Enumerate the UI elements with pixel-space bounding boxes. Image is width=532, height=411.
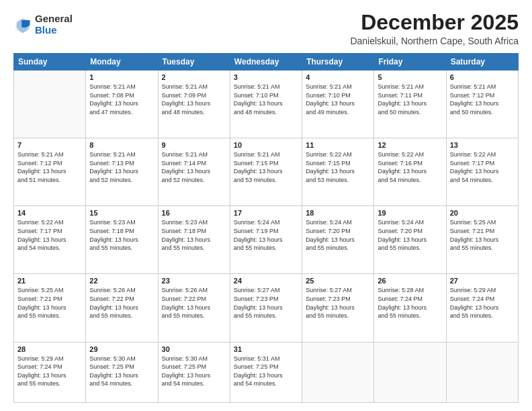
day-number: 28 — [17, 345, 82, 353]
day-info: Sunrise: 5:23 AMSunset: 7:18 PMDaylight:… — [89, 218, 154, 252]
day-info: Sunrise: 5:29 AMSunset: 7:24 PMDaylight:… — [17, 355, 82, 388]
day-number: 18 — [306, 209, 370, 217]
day-info-line: Daylight: 13 hours — [450, 304, 499, 311]
header-monday: Monday — [86, 54, 158, 71]
table-row — [302, 342, 374, 403]
table-row: 24Sunrise: 5:27 AMSunset: 7:23 PMDayligh… — [230, 274, 302, 342]
day-number: 10 — [234, 141, 298, 149]
day-info-line: and 52 minutes. — [162, 177, 205, 183]
header-tuesday: Tuesday — [158, 54, 230, 71]
title-block: December 2025 Danielskuil, Northern Cape… — [350, 11, 519, 46]
day-info-line: Sunset: 7:24 PM — [17, 363, 62, 370]
table-row: 13Sunrise: 5:22 AMSunset: 7:17 PMDayligh… — [446, 138, 518, 206]
day-info: Sunrise: 5:22 AMSunset: 7:15 PMDaylight:… — [306, 150, 370, 184]
day-info: Sunrise: 5:27 AMSunset: 7:23 PMDaylight:… — [234, 286, 298, 320]
day-info-line: Sunrise: 5:26 AM — [162, 287, 208, 293]
table-row: 19Sunrise: 5:24 AMSunset: 7:20 PMDayligh… — [374, 206, 446, 274]
table-row — [14, 71, 86, 138]
table-row: 23Sunrise: 5:26 AMSunset: 7:22 PMDayligh… — [158, 274, 230, 342]
calendar-week-row: 21Sunrise: 5:25 AMSunset: 7:21 PMDayligh… — [14, 274, 519, 342]
day-info-line: Sunset: 7:09 PM — [162, 92, 207, 99]
day-info-line: Sunset: 7:16 PM — [378, 160, 423, 167]
day-info-line: Daylight: 13 hours — [306, 236, 355, 243]
day-info: Sunrise: 5:25 AMSunset: 7:21 PMDaylight:… — [450, 218, 515, 252]
day-info-line: Sunrise: 5:21 AM — [234, 151, 280, 158]
table-row: 10Sunrise: 5:21 AMSunset: 7:15 PMDayligh… — [230, 138, 302, 206]
day-info-line: Sunset: 7:24 PM — [378, 295, 423, 302]
day-info-line: Daylight: 13 hours — [378, 304, 427, 311]
day-info-line: and 55 minutes. — [306, 244, 349, 251]
day-info-line: Sunset: 7:17 PM — [450, 160, 495, 167]
day-number: 8 — [89, 141, 154, 149]
logo-blue-text: Blue — [35, 25, 73, 36]
table-row — [446, 342, 518, 403]
day-info-line: Sunrise: 5:25 AM — [450, 219, 496, 226]
table-row: 30Sunrise: 5:30 AMSunset: 7:25 PMDayligh… — [158, 342, 230, 403]
logo-general-text: General — [35, 13, 73, 25]
day-info-line: Daylight: 13 hours — [17, 372, 66, 379]
day-info-line: Daylight: 13 hours — [378, 236, 427, 243]
day-info-line: Daylight: 13 hours — [306, 304, 355, 311]
table-row: 28Sunrise: 5:29 AMSunset: 7:24 PMDayligh… — [14, 342, 86, 403]
day-info-line: Sunrise: 5:27 AM — [234, 287, 280, 293]
day-info-line: Daylight: 13 hours — [234, 100, 283, 107]
day-number: 7 — [17, 141, 82, 149]
day-info: Sunrise: 5:21 AMSunset: 7:14 PMDaylight:… — [162, 150, 226, 184]
day-info-line: Sunrise: 5:21 AM — [162, 151, 208, 158]
day-info-line: Sunset: 7:21 PM — [450, 228, 495, 234]
day-number: 15 — [89, 209, 154, 217]
day-info-line: Sunset: 7:21 PM — [17, 295, 62, 302]
day-info: Sunrise: 5:24 AMSunset: 7:20 PMDaylight:… — [306, 218, 370, 252]
day-info: Sunrise: 5:21 AMSunset: 7:15 PMDaylight:… — [234, 150, 298, 184]
table-row: 8Sunrise: 5:21 AMSunset: 7:13 PMDaylight… — [86, 138, 158, 206]
day-info-line: Sunrise: 5:22 AM — [306, 151, 352, 158]
day-info-line: Sunrise: 5:21 AM — [17, 151, 64, 158]
day-info-line: Daylight: 13 hours — [234, 168, 283, 175]
page: General Blue December 2025 Danielskuil, … — [0, 0, 532, 411]
table-row: 4Sunrise: 5:21 AMSunset: 7:10 PMDaylight… — [302, 71, 374, 138]
logo-icon — [13, 15, 32, 34]
day-info: Sunrise: 5:21 AMSunset: 7:08 PMDaylight:… — [89, 83, 154, 116]
day-info-line: Sunset: 7:23 PM — [306, 295, 351, 302]
day-info-line: Sunrise: 5:21 AM — [306, 83, 352, 90]
day-info-line: Sunrise: 5:21 AM — [234, 83, 280, 90]
day-info-line: Daylight: 13 hours — [306, 100, 355, 107]
day-info: Sunrise: 5:21 AMSunset: 7:11 PMDaylight:… — [378, 83, 442, 116]
calendar-week-row: 28Sunrise: 5:29 AMSunset: 7:24 PMDayligh… — [14, 342, 519, 403]
day-info-line: and 55 minutes. — [378, 244, 420, 251]
day-info-line: Sunset: 7:10 PM — [306, 92, 351, 99]
day-info-line: Sunrise: 5:21 AM — [162, 83, 208, 90]
day-info-line: Daylight: 13 hours — [450, 168, 499, 175]
day-info-line: Sunrise: 5:22 AM — [378, 151, 424, 158]
day-info-line: Sunset: 7:25 PM — [234, 363, 279, 370]
day-info-line: Daylight: 13 hours — [89, 304, 138, 311]
day-info-line: Sunrise: 5:27 AM — [306, 287, 352, 293]
day-number: 21 — [17, 277, 82, 285]
day-number: 6 — [450, 73, 515, 81]
day-number: 24 — [234, 277, 298, 285]
day-info-line: Daylight: 13 hours — [234, 304, 283, 311]
day-info-line: Daylight: 13 hours — [17, 304, 66, 311]
day-number: 13 — [450, 141, 515, 149]
day-info-line: Sunset: 7:22 PM — [89, 295, 134, 302]
day-info: Sunrise: 5:30 AMSunset: 7:25 PMDaylight:… — [162, 355, 226, 388]
table-row: 21Sunrise: 5:25 AMSunset: 7:21 PMDayligh… — [14, 274, 86, 342]
day-info-line: Daylight: 13 hours — [89, 372, 138, 379]
table-row: 11Sunrise: 5:22 AMSunset: 7:15 PMDayligh… — [302, 138, 374, 206]
day-info: Sunrise: 5:22 AMSunset: 7:16 PMDaylight:… — [378, 150, 442, 184]
day-info-line: Sunrise: 5:30 AM — [162, 355, 208, 362]
day-number: 17 — [234, 209, 298, 217]
day-info-line: Sunset: 7:08 PM — [89, 92, 134, 99]
day-info-line: Sunset: 7:24 PM — [450, 295, 495, 302]
table-row: 17Sunrise: 5:24 AMSunset: 7:19 PMDayligh… — [230, 206, 302, 274]
day-info: Sunrise: 5:31 AMSunset: 7:25 PMDaylight:… — [234, 355, 298, 388]
day-info: Sunrise: 5:30 AMSunset: 7:25 PMDaylight:… — [89, 355, 154, 388]
header: General Blue December 2025 Danielskuil, … — [13, 11, 519, 46]
day-info-line: and 50 minutes. — [378, 109, 420, 116]
header-thursday: Thursday — [302, 54, 374, 71]
day-info: Sunrise: 5:24 AMSunset: 7:20 PMDaylight:… — [378, 218, 442, 252]
day-info-line: and 55 minutes. — [234, 312, 277, 319]
logo: General Blue — [13, 13, 73, 36]
table-row: 2Sunrise: 5:21 AMSunset: 7:09 PMDaylight… — [158, 71, 230, 138]
table-row: 29Sunrise: 5:30 AMSunset: 7:25 PMDayligh… — [86, 342, 158, 403]
